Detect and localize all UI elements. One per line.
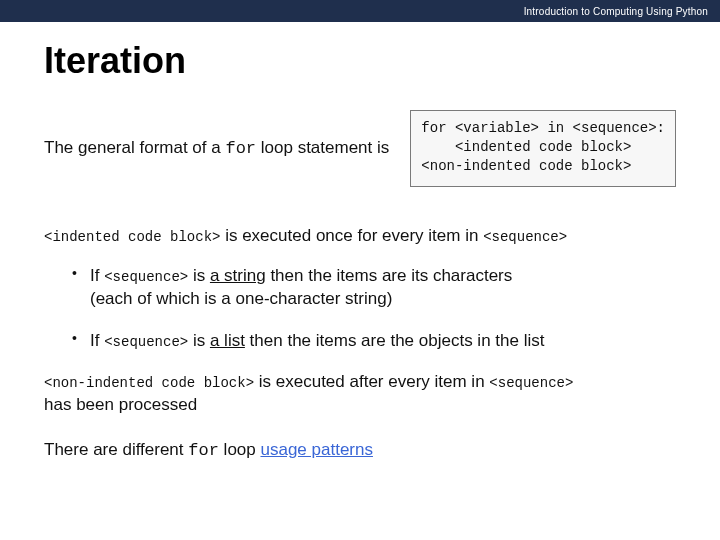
header-bar: Introduction to Computing Using Python (0, 0, 720, 22)
syntax-line-3: <non-indented code block> (421, 158, 631, 174)
syntax-line-1: for <variable> in <sequence>: (421, 120, 665, 136)
b1-seq: <sequence> (104, 269, 188, 285)
usage-patterns-link[interactable]: usage patterns (260, 440, 372, 459)
b2-rest: then the items are the objects in the li… (245, 331, 545, 350)
p2-line2: has been processed (44, 395, 197, 414)
p1-tail: <sequence> (483, 229, 567, 245)
p1-mid: is executed once for every item in (220, 226, 483, 245)
b1-rest2: (each of which is a one-character string… (90, 289, 392, 308)
p1-code: <indented code block> (44, 229, 220, 245)
intro-suffix: loop statement is (256, 138, 389, 157)
b2-mid: is (188, 331, 210, 350)
intro-text: The general format of a for loop stateme… (44, 137, 392, 160)
p2-mid: is executed after every item in (254, 372, 489, 391)
p3-prefix: There are different (44, 440, 188, 459)
para-patterns: There are different for loop usage patte… (44, 439, 676, 463)
para-indented-exec: <indented code block> is executed once f… (44, 225, 676, 248)
intro-prefix: The general format of a (44, 138, 225, 157)
b2-lead: If (90, 331, 104, 350)
b1-lead: If (90, 266, 104, 285)
list-item: If <sequence> is a list then the items a… (72, 329, 676, 353)
p3-keyword: for (188, 441, 219, 460)
page-title: Iteration (44, 40, 720, 82)
b1-kind: a string (210, 266, 266, 285)
bullet-list: If <sequence> is a string then the items… (72, 264, 676, 353)
p3-mid: loop (219, 440, 261, 459)
b2-seq: <sequence> (104, 334, 188, 350)
b2-kind: a list (210, 331, 245, 350)
b1-rest1: then the items are its characters (266, 266, 513, 285)
b1-mid: is (188, 266, 210, 285)
intro-row: The general format of a for loop stateme… (44, 110, 676, 187)
p2-code: <non-indented code block> (44, 375, 254, 391)
intro-keyword: for (225, 139, 256, 158)
list-item: If <sequence> is a string then the items… (72, 264, 676, 312)
slide-body: The general format of a for loop stateme… (0, 110, 720, 463)
p2-tail: <sequence> (489, 375, 573, 391)
syntax-box: for <variable> in <sequence>: <indented … (410, 110, 676, 187)
course-label: Introduction to Computing Using Python (524, 6, 708, 17)
syntax-line-2: <indented code block> (421, 139, 631, 155)
para-nonindented-exec: <non-indented code block> is executed af… (44, 371, 676, 417)
